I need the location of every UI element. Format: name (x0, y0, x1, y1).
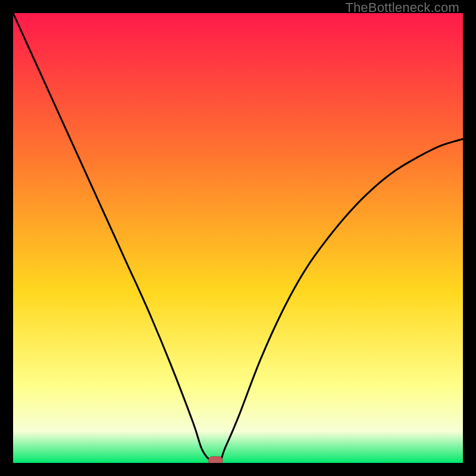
bottleneck-chart (13, 13, 463, 463)
optimal-marker (208, 456, 223, 463)
gradient-backdrop (13, 13, 463, 463)
chart-frame (13, 13, 463, 463)
